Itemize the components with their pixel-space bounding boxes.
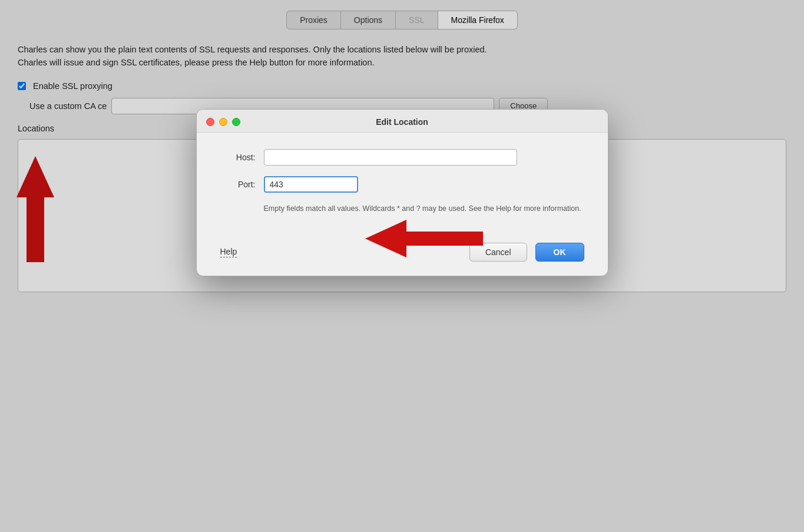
host-label: Host: bbox=[220, 153, 256, 162]
help-link[interactable]: Help bbox=[220, 247, 237, 257]
maximize-button[interactable] bbox=[232, 118, 240, 126]
hint-text: Empty fields match all values. Wildcards… bbox=[220, 203, 584, 214]
modal-body: Host: Port: Empty fields match all value… bbox=[197, 133, 608, 243]
host-row: Host: bbox=[220, 149, 584, 166]
port-input[interactable] bbox=[264, 176, 358, 193]
modal-titlebar: Edit Location bbox=[197, 110, 608, 133]
modal-title: Edit Location bbox=[376, 117, 428, 127]
port-label: Port: bbox=[220, 180, 256, 189]
edit-location-dialog: Edit Location Host: Port: Empty fields m… bbox=[196, 109, 608, 276]
traffic-lights bbox=[206, 118, 240, 126]
modal-overlay: Edit Location Host: Port: Empty fields m… bbox=[0, 0, 804, 532]
footer-buttons: Cancel OK bbox=[469, 243, 584, 262]
close-button[interactable] bbox=[206, 118, 214, 126]
ok-button[interactable]: OK bbox=[535, 243, 584, 262]
cancel-button[interactable]: Cancel bbox=[469, 243, 527, 262]
host-input[interactable] bbox=[264, 149, 517, 166]
port-row: Port: bbox=[220, 176, 584, 193]
minimize-button[interactable] bbox=[219, 118, 227, 126]
modal-footer: Help Cancel OK bbox=[197, 243, 608, 276]
